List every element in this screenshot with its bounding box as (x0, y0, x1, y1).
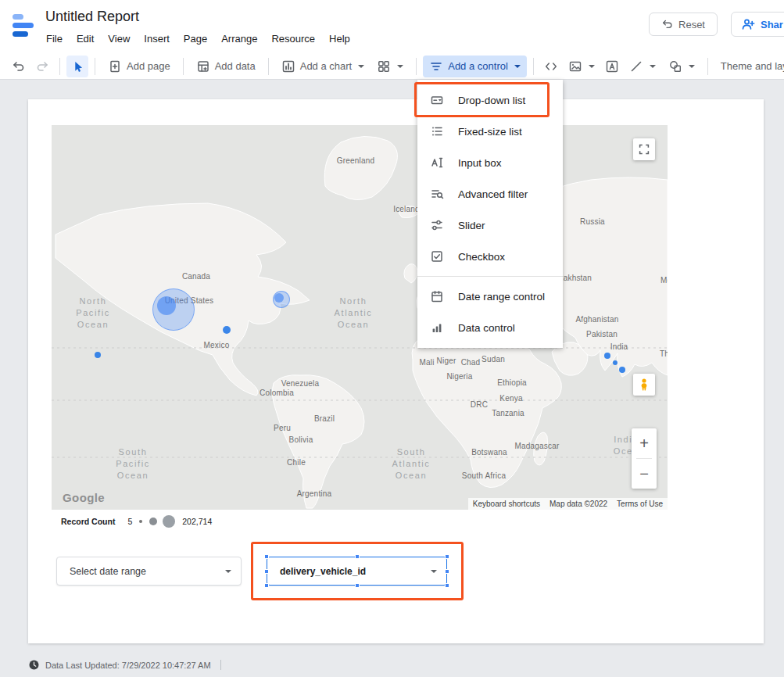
insert-image-button[interactable] (562, 56, 601, 77)
menu-item-advanced-filter[interactable]: Advanced filter (417, 178, 563, 210)
map-label-north-pacific-ocean: North Pacific Ocean (76, 296, 110, 331)
map-data-label: Map data ©2022 (545, 498, 612, 510)
share-button[interactable]: Shar (731, 12, 784, 37)
chevron-down-icon (589, 65, 595, 68)
map-label-russia: Russia (580, 217, 605, 226)
report-title[interactable]: Untitled Report (45, 9, 139, 25)
bar-chart-icon (281, 59, 295, 73)
fullscreen-button[interactable] (633, 138, 655, 160)
menu-item-arrange[interactable]: Arrange (214, 31, 264, 46)
reset-button[interactable]: Reset (649, 13, 718, 36)
report-page[interactable]: GreenlandIcelandCanadaUnited StatesMexic… (28, 99, 764, 643)
fixed-size-list-icon (430, 124, 444, 138)
menu-item-input-box[interactable]: Input box (417, 147, 563, 178)
menu-item-edit[interactable]: Edit (70, 31, 101, 46)
selection-handle[interactable] (355, 554, 360, 559)
legend-max-value: 202,714 (182, 517, 212, 526)
add-a-control-button[interactable]: Add a control (423, 56, 527, 77)
map-label-nigeria: Nigeria (446, 372, 472, 381)
vehicle-id-dropdown-control[interactable]: delivery_vehicle_id (267, 557, 447, 586)
selection-handle[interactable] (264, 569, 269, 574)
google-maps-logo: Google (63, 491, 105, 504)
menu-item-insert[interactable]: Insert (137, 31, 177, 46)
looker-studio-logo-icon[interactable] (9, 10, 41, 41)
map-label-colombia: Colombia (260, 389, 294, 397)
zoom-out-button[interactable]: − (632, 459, 657, 489)
menu-item-drop-down-list[interactable]: Drop-down list (417, 84, 563, 116)
map-label-greenland: Greenland (337, 156, 375, 165)
map-bubble (274, 293, 284, 303)
slider-icon (430, 218, 444, 232)
menu-item-fixed-size-list[interactable]: Fixed-size list (417, 116, 563, 147)
undo-button[interactable] (8, 56, 30, 77)
date-range-control[interactable]: Select date range (56, 557, 242, 586)
selection-handle[interactable] (445, 554, 449, 559)
redo-button[interactable] (31, 56, 53, 77)
select-tool-button[interactable] (66, 56, 88, 77)
insert-text-button[interactable] (601, 56, 623, 77)
bubble-size-legend: Record Count 5 202,714 (61, 514, 212, 529)
map-label-north-atlantic-ocean: North Atlantic Ocean (335, 296, 373, 331)
selection-handle[interactable] (445, 583, 449, 588)
map-label-tanzania: Tanzania (492, 409, 524, 417)
chevron-down-icon (358, 65, 364, 68)
map-bubble (157, 296, 176, 315)
zoom-in-button[interactable]: + (632, 428, 657, 458)
add-data-button[interactable]: Add data (190, 56, 262, 77)
map-label-india: India (610, 342, 628, 351)
add-page-icon (108, 59, 122, 73)
menu-item-help[interactable]: Help (322, 31, 357, 46)
menu-label: Date range control (458, 291, 545, 303)
selection-handle[interactable] (355, 583, 360, 588)
toolbar-separator (533, 58, 534, 75)
map-label-canada: Canada (182, 272, 210, 281)
grid-icon (377, 59, 391, 73)
menu-label: Checkbox (458, 251, 505, 263)
street-view-pegman-button[interactable] (633, 374, 655, 396)
menu-item-page[interactable]: Page (177, 31, 214, 46)
filter-control-icon (429, 59, 443, 73)
map-label-ethiopia: Ethiopia (497, 378, 527, 387)
selection-handle[interactable] (264, 554, 269, 559)
report-canvas: GreenlandIcelandCanadaUnited StatesMexic… (0, 80, 784, 677)
geo-bubble-map-chart[interactable]: GreenlandIcelandCanadaUnited StatesMexic… (52, 125, 668, 510)
map-label-niger: Niger (437, 356, 456, 365)
community-visualizations-button[interactable] (371, 56, 410, 77)
add-page-button[interactable]: Add page (102, 56, 177, 77)
menu-item-data-control[interactable]: Data control (417, 312, 563, 343)
last-updated-label: Data Last Updated: 7/29/2022 10:47:27 AM (45, 661, 211, 670)
theme-and-layout-button[interactable]: Theme and layout (714, 56, 784, 77)
menu-item-checkbox[interactable]: Checkbox (417, 241, 563, 272)
reset-label: Reset (678, 19, 705, 30)
toolbar-separator (59, 58, 60, 75)
menu-divider (417, 276, 563, 277)
legend-large-circle (163, 515, 175, 528)
toolbar-separator (183, 58, 184, 75)
checkbox-icon (430, 249, 444, 263)
menu-item-slider[interactable]: Slider (417, 210, 563, 241)
map-label-sudan: Sudan (481, 355, 505, 364)
insert-line-button[interactable] (623, 56, 662, 77)
toolbar-separator (95, 58, 95, 75)
chevron-down-icon (689, 65, 695, 68)
add-chart-button[interactable]: Add a chart (275, 56, 371, 77)
selection-handle[interactable] (445, 569, 449, 574)
menu-item-resource[interactable]: Resource (264, 31, 322, 46)
dropdown-list-icon (430, 93, 444, 107)
menu-bar: File Edit View Insert Page Arrange Resou… (39, 31, 357, 46)
keyboard-shortcuts-link[interactable]: Keyboard shortcuts (468, 498, 545, 510)
terms-of-use-link[interactable]: Terms of Use (612, 498, 668, 510)
add-chart-label: Add a chart (300, 60, 353, 72)
insert-shape-button[interactable] (662, 56, 701, 77)
selection-handle[interactable] (264, 583, 269, 588)
menu-item-file[interactable]: File (39, 31, 70, 46)
person-add-icon (741, 17, 755, 31)
map-labels: GreenlandIcelandCanadaUnited StatesMexic… (52, 125, 668, 510)
add-page-label: Add page (127, 60, 170, 72)
menu-item-view[interactable]: View (101, 31, 137, 46)
toolbar-separator (707, 58, 708, 75)
embed-code-button[interactable] (540, 56, 562, 77)
toolbar-separator (416, 58, 417, 75)
add-data-icon (196, 59, 210, 73)
menu-item-date-range-control[interactable]: Date range control (417, 281, 563, 312)
